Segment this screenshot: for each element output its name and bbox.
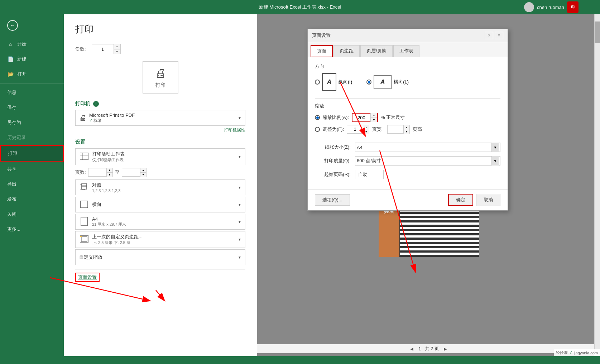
- setting-row-orientation[interactable]: 横向 ▼: [75, 197, 245, 212]
- sidebar-item-share[interactable]: 共享: [0, 162, 64, 177]
- setting-sub-margins: 上: 2.5 厘米 下: 2.5 厘...: [92, 240, 235, 245]
- printer-small-icon: 🖨: [79, 114, 86, 122]
- adj-down-wide-btn[interactable]: ▼: [363, 129, 369, 134]
- setting-row-scale[interactable]: 自定义缩放 ▼: [75, 249, 245, 265]
- adj-down-tall-btn[interactable]: ▼: [404, 129, 409, 134]
- tab-margins[interactable]: 页边距: [333, 45, 360, 57]
- options-button[interactable]: 选项(Q)...: [315, 194, 350, 206]
- svg-rect-8: [81, 217, 87, 226]
- back-button[interactable]: ←: [0, 14, 64, 37]
- scroll-thumb: [595, 21, 600, 43]
- sidebar-item-home[interactable]: ⌂ 开始: [0, 37, 64, 52]
- sidebar-item-more-label: 更多...: [7, 226, 20, 233]
- page-setup-bottom: 页面设置: [75, 269, 245, 283]
- page-setup-link-container[interactable]: 页面设置: [75, 271, 100, 283]
- watermark: 经验啦 ✓ jingyanla.com: [554, 349, 600, 356]
- copies-spinner[interactable]: ▲ ▼: [92, 44, 121, 54]
- adj-spin-buttons-wide: ▲ ▼: [363, 125, 369, 134]
- sidebar-item-new[interactable]: 📄 新建: [0, 52, 64, 67]
- scale-section-label: 缩放: [315, 103, 500, 109]
- tab-header-footer[interactable]: 页眉/页脚: [360, 45, 393, 57]
- setting-row-margins[interactable]: 上一次的自定义页边距... 上: 2.5 厘米 下: 2.5 厘... ▼: [75, 231, 245, 248]
- copies-up-btn[interactable]: ▲: [114, 44, 120, 49]
- setting-row-0[interactable]: 打印活动工作表 仅打印活动工作表 ▼: [75, 148, 245, 165]
- pages-to-input[interactable]: [122, 168, 140, 176]
- dialog-close-btn[interactable]: ×: [495, 32, 503, 39]
- printer-name: Microsoft Print to PDF: [89, 112, 235, 118]
- direction-section-label: 方向: [315, 63, 500, 70]
- portrait-option[interactable]: A 纵向(I): [315, 73, 352, 91]
- scale-down-btn[interactable]: ▼: [371, 118, 377, 123]
- print-quality-select[interactable]: 600 点/英寸 ▼: [355, 156, 500, 166]
- adj-spin-buttons-tall: ▲ ▼: [403, 125, 409, 134]
- paper-size-select[interactable]: A4 ▼: [355, 143, 500, 152]
- adjust-pages-tall-input[interactable]: [388, 125, 403, 133]
- adjust-pages-wide-spinner[interactable]: ▲ ▼: [347, 125, 369, 134]
- scale-value-spinner[interactable]: ▲ ▼: [352, 113, 378, 122]
- print-quality-row: 打印质量(Q): 600 点/英寸 ▼: [315, 156, 500, 166]
- scale-up-btn[interactable]: ▲: [371, 113, 377, 118]
- setting-main-collate: 对照: [92, 182, 235, 188]
- pages-to-up-btn[interactable]: ▲: [140, 168, 146, 172]
- setting-row-paper[interactable]: A4 21 厘米 x 29.7 厘米 ▼: [75, 214, 245, 230]
- sidebar-item-publish[interactable]: 发布: [0, 192, 64, 207]
- printer-selector[interactable]: 🖨 Microsoft Print to PDF ✓ 就绪 ▼: [75, 110, 245, 126]
- cancel-button[interactable]: 取消: [476, 194, 500, 206]
- next-page-btn[interactable]: ►: [443, 346, 448, 352]
- sidebar-item-save[interactable]: 保存: [0, 100, 64, 115]
- page-setup-link-text: 页面设置: [75, 273, 100, 282]
- sidebar-item-history-label: 历史记录: [7, 134, 26, 141]
- adj-up-tall-btn[interactable]: ▲: [404, 125, 409, 129]
- setting-arrow-orientation-icon: ▼: [238, 203, 241, 207]
- pages-row: 页数: ▲ ▼ 至 ▲ ▼: [75, 167, 245, 178]
- pages-from-down-btn[interactable]: ▼: [107, 172, 112, 177]
- sidebar-item-close[interactable]: 关闭: [0, 207, 64, 222]
- scroll-area[interactable]: [594, 14, 600, 356]
- setting-main-orientation: 横向: [92, 201, 235, 208]
- print-title: 打印: [75, 23, 245, 35]
- scale-value-input[interactable]: [352, 114, 370, 121]
- pages-to-spinner[interactable]: ▲ ▼: [122, 168, 147, 177]
- adjust-pages-tall-spinner[interactable]: ▲ ▼: [387, 125, 410, 134]
- prev-page-btn[interactable]: ◄: [409, 346, 414, 352]
- sidebar-item-publish-label: 发布: [7, 196, 16, 202]
- sidebar-item-open[interactable]: 📂 打开: [0, 67, 64, 82]
- sidebar-item-info[interactable]: 信息: [0, 85, 64, 100]
- svg-rect-4: [82, 183, 87, 189]
- printer-status-text: 就绪: [93, 118, 101, 123]
- printer-section-header: 打印机 i: [75, 101, 245, 107]
- dialog-title-text: 页面设置: [312, 32, 331, 39]
- copies-down-btn[interactable]: ▼: [114, 49, 120, 54]
- sidebar-item-more[interactable]: 更多...: [0, 222, 64, 237]
- copies-input[interactable]: [92, 44, 114, 54]
- tab-page-label: 页面: [317, 48, 326, 54]
- print-button[interactable]: 🖨 打印: [143, 61, 178, 94]
- pages-to-label: 至: [115, 169, 120, 176]
- adj-up-wide-btn[interactable]: ▲: [363, 125, 369, 129]
- landscape-label: 横向(L): [394, 79, 409, 85]
- start-page-input[interactable]: [355, 170, 384, 179]
- user-area: chen ruoman 印: [524, 1, 579, 13]
- ok-button[interactable]: 确定: [448, 194, 473, 206]
- adjust-pages-wide-input[interactable]: [347, 125, 363, 133]
- tab-header-footer-label: 页眉/页脚: [366, 48, 387, 53]
- adjust-radio-icon: [315, 127, 320, 132]
- setting-main-paper: A4: [92, 216, 235, 222]
- pages-from-up-btn[interactable]: ▲: [107, 168, 112, 172]
- pages-from-spinner[interactable]: ▲ ▼: [88, 168, 113, 177]
- sidebar-item-print[interactable]: 打印: [0, 145, 64, 162]
- tab-sheet[interactable]: 工作表: [393, 45, 419, 57]
- landscape-option[interactable]: A 横向(L): [366, 75, 409, 89]
- scale-percent-row: 缩放比例(A): ▲ ▼ % 正常尺寸: [315, 113, 500, 122]
- sidebar-item-saveas[interactable]: 另存为: [0, 115, 64, 130]
- dialog-help-btn[interactable]: ?: [485, 32, 493, 39]
- pages-to-down-btn[interactable]: ▼: [140, 172, 146, 177]
- tab-page[interactable]: 页面: [311, 45, 333, 57]
- pages-from-input[interactable]: [88, 168, 106, 176]
- setting-main-0: 打印活动工作表: [92, 151, 235, 157]
- setting-sub-collate: 1,2,3 1,2,3 1,2,3: [92, 188, 235, 193]
- sidebar-item-export[interactable]: 导出: [0, 177, 64, 192]
- setting-row-collate[interactable]: 对照 1,2,3 1,2,3 1,2,3 ▼: [75, 179, 245, 195]
- scale-percent-radio-icon: [315, 115, 320, 120]
- printer-properties-link[interactable]: 打印机属性: [75, 127, 245, 133]
